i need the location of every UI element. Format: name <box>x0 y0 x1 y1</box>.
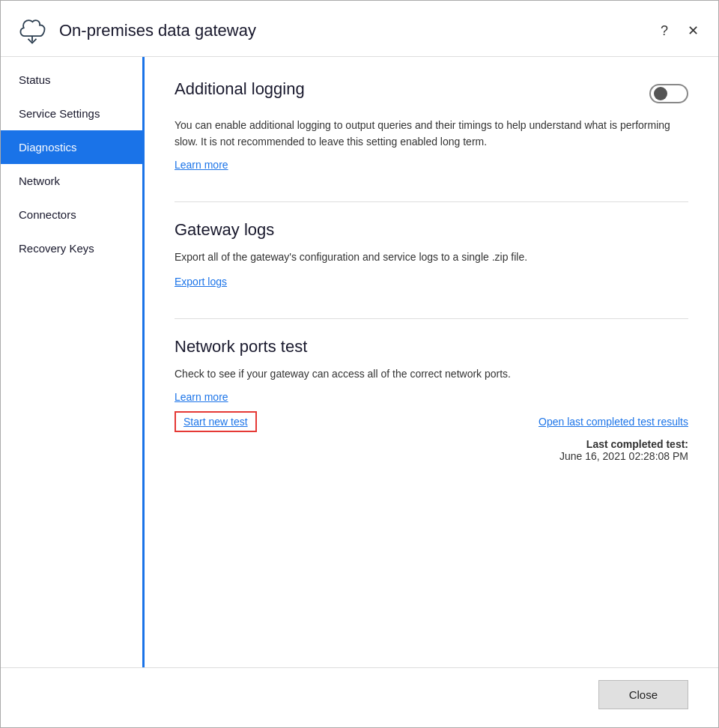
close-button[interactable]: Close <box>598 680 688 709</box>
sidebar-item-recovery-keys[interactable]: Recovery Keys <box>1 231 142 265</box>
app-title: On-premises data gateway <box>59 21 256 40</box>
gateway-logs-desc: Export all of the gateway's configuratio… <box>175 249 688 265</box>
title-actions: ? ✕ <box>656 21 703 40</box>
additional-logging-learn-more[interactable]: Learn more <box>175 159 228 171</box>
toggle-knob <box>654 87 667 100</box>
additional-logging-toggle[interactable] <box>649 84 688 103</box>
sidebar-item-service-settings[interactable]: Service Settings <box>1 97 142 130</box>
close-window-button[interactable]: ✕ <box>683 21 703 40</box>
gateway-logs-title: Gateway logs <box>175 220 688 240</box>
additional-logging-desc: You can enable additional logging to out… <box>175 117 688 151</box>
additional-logging-section: Additional logging You can enable additi… <box>175 79 688 172</box>
divider-1 <box>175 201 688 202</box>
network-ports-test-section: Network ports test Check to see if your … <box>175 337 688 461</box>
last-completed-date: June 16, 2021 02:28:08 PM <box>559 450 688 462</box>
main-content: Additional logging You can enable additi… <box>145 57 718 667</box>
test-row: Start new test Open last completed test … <box>175 411 688 432</box>
title-bar: On-premises data gateway ? ✕ <box>1 1 718 57</box>
last-completed-info: Last completed test: June 16, 2021 02:28… <box>175 438 688 462</box>
gateway-logs-section: Gateway logs Export all of the gateway's… <box>175 220 688 288</box>
app-window: On-premises data gateway ? ✕ Status Serv… <box>0 0 719 728</box>
open-last-results-link[interactable]: Open last completed test results <box>539 416 688 428</box>
start-new-test-button[interactable]: Start new test <box>175 411 257 432</box>
sidebar-item-status[interactable]: Status <box>1 63 142 97</box>
additional-logging-header: Additional logging <box>175 79 688 108</box>
sidebar-item-network[interactable]: Network <box>1 164 142 198</box>
last-completed-label: Last completed test: <box>586 438 688 450</box>
additional-logging-title: Additional logging <box>175 79 305 99</box>
sidebar-item-connectors[interactable]: Connectors <box>1 198 142 231</box>
export-logs-link[interactable]: Export logs <box>175 276 227 288</box>
sidebar-item-diagnostics[interactable]: Diagnostics <box>1 130 142 164</box>
sidebar: Status Service Settings Diagnostics Netw… <box>1 57 145 667</box>
footer: Close <box>1 667 718 727</box>
title-left: On-premises data gateway <box>16 13 256 49</box>
content-area: Status Service Settings Diagnostics Netw… <box>1 57 718 667</box>
cloud-icon <box>16 13 49 49</box>
network-ports-learn-more[interactable]: Learn more <box>175 391 228 403</box>
network-ports-test-desc: Check to see if your gateway can access … <box>175 365 688 382</box>
network-ports-test-title: Network ports test <box>175 337 688 357</box>
help-button[interactable]: ? <box>656 22 673 40</box>
divider-2 <box>175 318 688 319</box>
